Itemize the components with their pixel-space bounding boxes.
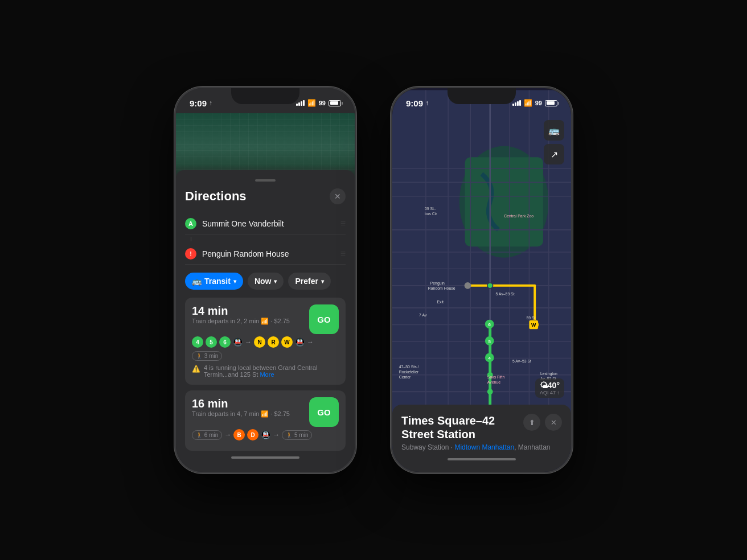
map-status-time: 9:09: [406, 98, 423, 108]
stop-badge-W: W: [281, 336, 293, 348]
map-battery-pct: 99: [535, 100, 542, 106]
transit-chevron: ▾: [233, 278, 236, 285]
alert-icon-1: ⚠️: [192, 365, 200, 373]
map-wifi-icon: 📶: [524, 99, 532, 107]
wifi-icon-1: 📶: [307, 99, 316, 107]
route-detail-1: Train departs in 2, 2 min 📶 · $2.75: [192, 318, 290, 325]
station-card-header: Times Square–42Street Station ⬆ ✕: [401, 414, 562, 441]
route-card-2: 16 min Train departs in 4, 7 min 📶 · $2.…: [185, 390, 346, 451]
route-time-1: 14 min: [192, 304, 290, 318]
status-time-1: 9:09: [190, 98, 207, 108]
transit-map-button[interactable]: 🚌: [544, 120, 564, 141]
route-stops-2: 🚶 6 min → B D 🚇 → 🚶 5 min: [192, 429, 339, 440]
now-label: Now: [255, 277, 272, 286]
map-top-bar: 9:09 ↑ 📶 99: [392, 88, 571, 113]
transit-icon: 🚌: [192, 277, 202, 286]
svg-text:6: 6: [489, 322, 491, 327]
subway-icon-1: 🚇: [233, 337, 243, 347]
waypoint-text-destination: Penguin Random House: [202, 249, 335, 258]
waypoint-origin: A Summit One Vanderbilt ≡: [185, 213, 346, 234]
map-full[interactable]: SV W 6 5 4 59 St– bus Cir: [392, 88, 571, 472]
prefer-chevron: ▾: [321, 278, 324, 285]
stop-badge-D: D: [247, 429, 258, 440]
waypoint-icon-destination: !: [185, 248, 196, 260]
weather-badge: 🌤40° AQI 47 ↑: [535, 378, 564, 398]
waypoint-destination: ! Penguin Random House ≡: [185, 244, 346, 265]
phone-map: SV W 6 5 4 59 St– bus Cir: [391, 87, 573, 473]
svg-point-28: [487, 389, 493, 394]
svg-text:5: 5: [489, 339, 491, 344]
stop-badge-4: 4: [192, 336, 203, 348]
route-card-1: 14 min Train departs in 2, 2 min 📶 · $2.…: [185, 298, 346, 385]
transit-button[interactable]: 🚌 Transit ▾: [185, 273, 243, 290]
route-detail-2: Train departs in 4, 7 min 📶 · $2.75: [192, 410, 290, 418]
directions-header: Directions ✕: [185, 188, 346, 204]
svg-point-35: [487, 283, 493, 289]
arrow-2: →: [307, 338, 314, 346]
battery-1: [329, 100, 341, 106]
svg-rect-2: [465, 157, 543, 246]
stop-badge-R: R: [268, 336, 279, 348]
svg-text:47–50 Sts /: 47–50 Sts /: [399, 365, 419, 369]
waypoint-handle-destination: ≡: [340, 249, 346, 259]
route-alert-1: ⚠️ 4 is running local between Grand Cent…: [192, 364, 339, 378]
svg-text:59 St: 59 St: [527, 316, 536, 320]
svg-point-34: [465, 282, 471, 289]
station-subtitle: Subway Station · Midtown Manhattan, Manh…: [401, 443, 562, 451]
waypoint-text-origin: Summit One Vanderbilt: [202, 219, 335, 228]
go-button-2[interactable]: GO: [309, 397, 339, 427]
route-header-1: 14 min Train departs in 2, 2 min 📶 · $2.…: [192, 304, 339, 334]
station-card-actions: ⬆ ✕: [523, 414, 562, 431]
svg-text:W: W: [531, 322, 536, 328]
svg-text:Center: Center: [399, 375, 411, 379]
stop-badge-N: N: [254, 336, 265, 348]
map-location-arrow: ↑: [425, 99, 429, 107]
weather-aqi: AQI 47 ↑: [540, 390, 560, 396]
stop-badge-5: 5: [206, 336, 217, 348]
svg-text:Exit: Exit: [437, 300, 444, 304]
home-indicator-1: [231, 456, 299, 459]
prefer-button[interactable]: Prefer ▾: [288, 273, 330, 290]
svg-text:Random House: Random House: [428, 286, 455, 290]
walk-start-2: 🚶 6 min: [192, 430, 222, 440]
arrow-1: →: [245, 338, 252, 346]
svg-text:Saks Fifth: Saks Fifth: [487, 375, 505, 379]
svg-text:Avenue: Avenue: [487, 380, 500, 384]
compass-button[interactable]: ↗: [544, 144, 564, 164]
waypoints-list: A Summit One Vanderbilt ≡ ! Penguin Rand…: [185, 213, 346, 265]
phone-directions: 9:09 ↑ 📶 99: [174, 87, 356, 473]
map-signal-bars: [512, 100, 521, 106]
location-arrow-1: ↑: [209, 99, 212, 107]
now-chevron: ▾: [274, 278, 277, 285]
subway-icon-3: 🚇: [261, 430, 270, 439]
sheet-handle: [255, 179, 276, 182]
status-bar-1: 9:09 ↑ 📶 99: [176, 88, 355, 113]
stop-badge-B: B: [233, 429, 245, 440]
arrow-4: →: [273, 431, 280, 439]
directions-sheet: Directions ✕ A Summit One Vanderbilt ≡ !…: [176, 170, 355, 472]
home-indicator-2: [448, 458, 516, 460]
station-location-link[interactable]: Midtown Manhattan: [454, 443, 514, 451]
svg-text:Rockefeller: Rockefeller: [399, 370, 419, 374]
svg-text:59 St–: 59 St–: [425, 207, 436, 211]
share-button[interactable]: ⬆: [523, 414, 540, 431]
svg-text:5 Av–53 St: 5 Av–53 St: [512, 359, 531, 363]
prefer-label: Prefer: [295, 277, 318, 286]
svg-text:Lexington: Lexington: [540, 372, 557, 376]
map-status-icons: 📶 99: [512, 99, 557, 107]
now-button[interactable]: Now ▾: [248, 273, 284, 290]
station-name: Times Square–42Street Station: [401, 414, 523, 441]
station-card: Times Square–42Street Station ⬆ ✕ Subway…: [392, 405, 571, 472]
status-icons-1: 📶 99: [296, 99, 341, 107]
route-header-2: 16 min Train departs in 4, 7 min 📶 · $2.…: [192, 397, 339, 427]
waypoint-icon-origin: A: [185, 218, 196, 229]
svg-text:5 Av–59 St: 5 Av–59 St: [496, 292, 515, 296]
walk-badge-1: 🚶 3 min: [192, 351, 222, 361]
svg-text:4: 4: [489, 356, 491, 361]
close-station-button[interactable]: ✕: [545, 414, 562, 431]
map-battery: [545, 100, 557, 106]
alert-more-1[interactable]: More: [260, 371, 274, 378]
close-button[interactable]: ✕: [330, 188, 346, 204]
go-button-1[interactable]: GO: [309, 304, 339, 334]
map-controls: 🚌 ↗: [544, 120, 564, 164]
